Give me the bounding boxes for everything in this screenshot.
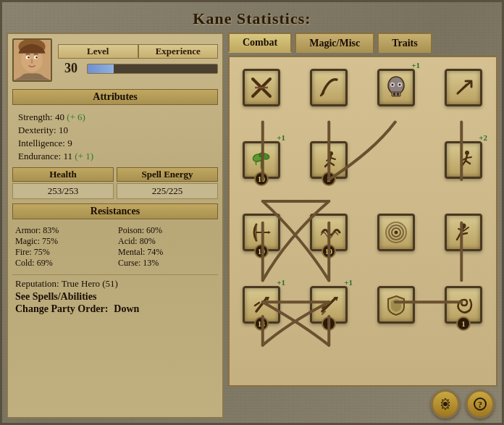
skill-cell-3-2 — [377, 286, 415, 324]
spell-label: Spell Energy — [117, 167, 218, 182]
level-value-row: 30 — [58, 61, 218, 76]
svg-rect-23 — [393, 93, 395, 96]
attr-row-endurance: Endurance: 11 (+ 1) — [18, 150, 212, 163]
skill-cell-1-0: +1 10 — [243, 141, 280, 179]
party-order-row: Change Party Order: Down — [15, 303, 215, 315]
skill-cell-1-3: +2 — [445, 141, 482, 179]
health-label: Health — [12, 167, 114, 182]
attr-val-int: 9 — [67, 138, 72, 148]
svg-point-40 — [395, 231, 398, 235]
tab-combat[interactable]: Combat — [228, 33, 292, 53]
skill-icon-0-0[interactable] — [243, 69, 280, 106]
res-fire: Fire: 75% — [15, 247, 112, 258]
res-mental: Mental: 74% — [118, 247, 215, 258]
skill-cell-0-2: +1 — [377, 69, 415, 106]
attributes-block: Strength: 40 (+ 6) Dexterity: 10 Intelli… — [12, 109, 218, 164]
exp-label: Experience — [138, 44, 219, 59]
left-panel: Level Experience 30 Attributes Strength: — [7, 33, 224, 418]
attr-row-intelligence: Intelligence: 9 — [18, 137, 212, 150]
svg-rect-24 — [397, 93, 399, 96]
skill-cell-2-0: 10 — [243, 214, 280, 251]
avatar — [12, 38, 52, 82]
res-cold: Cold: 69% — [15, 258, 112, 269]
reputation-line: Reputation: True Hero (51) — [15, 278, 215, 290]
svg-text:?: ? — [478, 400, 482, 410]
res-row-2: Fire: 75% Mental: 74% — [15, 247, 215, 258]
attr-label-strength: Strength: — [18, 111, 53, 122]
bottom-section: Reputation: True Hero (51) See Spells/Ab… — [12, 274, 218, 316]
attr-val-end: 11 — [63, 151, 72, 161]
resistances-block: Armor: 83% Poison: 60% Magic: 75% Acid: … — [12, 224, 218, 270]
skill-cell-2-2 — [377, 214, 415, 251]
res-armor: Armor: 83% — [15, 225, 112, 236]
tab-bar: Combat Magic/Misc Traits — [228, 33, 497, 53]
skill-icon-2-2[interactable] — [377, 214, 415, 251]
skill-cell-3-0: +1 13 — [243, 286, 280, 324]
see-spells-link[interactable]: See Spells/Abilities — [15, 291, 215, 303]
content-area: Level Experience 30 Attributes Strength: — [2, 33, 502, 423]
skill-badge-3-1: +1 — [344, 278, 353, 287]
skill-icon-0-1[interactable] — [310, 69, 348, 106]
avatar-face — [14, 40, 51, 80]
bottom-icons-row: ? — [228, 390, 497, 418]
skill-grid: +1 +1 — [235, 63, 490, 379]
skill-counter-3-1: 1 — [322, 316, 336, 331]
svg-point-44 — [443, 402, 448, 406]
char-header: Level Experience 30 — [12, 38, 218, 85]
tab-traits[interactable]: Traits — [377, 33, 432, 53]
help-button[interactable]: ? — [466, 390, 495, 418]
tab-magic-misc[interactable]: Magic/Misc — [295, 33, 374, 53]
exp-bar-fill — [88, 64, 114, 73]
res-curse: Curse: 13% — [118, 258, 215, 269]
svg-rect-22 — [392, 92, 400, 96]
party-order-label: Change Party Order: — [15, 303, 108, 315]
res-acid: Acid: 80% — [118, 236, 215, 247]
spell-col: Spell Energy 225/225 — [117, 167, 218, 199]
level-label: Level — [58, 44, 138, 59]
party-order-value[interactable]: Down — [114, 303, 139, 315]
skill-cell-2-1: 10 — [310, 214, 348, 251]
spell-value: 225/225 — [117, 183, 218, 199]
health-spell-row: Health 253/253 Spell Energy 225/225 — [12, 167, 218, 199]
settings-button[interactable] — [431, 390, 460, 418]
attributes-header: Attributes — [12, 89, 218, 105]
exp-bar-container — [87, 64, 218, 74]
skill-icon-0-2[interactable]: +1 — [377, 69, 415, 106]
main-window: Kane Statistics: — [0, 0, 504, 425]
res-row-0: Armor: 83% Poison: 60% — [15, 225, 215, 236]
attr-label-int: Intelligence: — [18, 138, 67, 148]
attr-val-dex: 10 — [59, 125, 68, 135]
attr-val-strength: 40 — [55, 111, 64, 122]
level-exp-labels: Level Experience — [58, 44, 218, 59]
skill-cell-1-1: 5 — [310, 141, 348, 179]
svg-marker-36 — [268, 231, 271, 234]
skill-icon-0-3[interactable] — [445, 69, 482, 106]
skill-cell-2-3 — [445, 214, 482, 251]
res-poison: Poison: 60% — [118, 225, 215, 236]
level-exp-block: Level Experience 30 — [58, 44, 218, 76]
skill-counter-2-1: 10 — [322, 244, 336, 258]
skill-tree-container: .conn { stroke: #6a5030; stroke-width: 4… — [228, 56, 497, 387]
skill-icon-3-2[interactable] — [377, 286, 415, 324]
resistances-header: Resistances — [12, 203, 218, 219]
skill-icon-2-3[interactable] — [445, 214, 482, 251]
res-row-1: Magic: 75% Acid: 80% — [15, 236, 215, 247]
skill-cell-0-0 — [243, 69, 280, 106]
skill-icon-1-3[interactable]: +2 — [445, 141, 482, 179]
svg-point-6 — [35, 56, 38, 59]
svg-point-5 — [28, 56, 30, 59]
skill-counter-3-3: 1 — [456, 316, 471, 331]
page-title: Kane Statistics: — [2, 2, 502, 33]
skill-counter-1-1: 5 — [322, 172, 336, 186]
health-value: 253/253 — [12, 183, 114, 199]
skill-badge-0-2: +1 — [411, 61, 420, 70]
skill-cell-0-3 — [445, 69, 482, 106]
attr-row-dexterity: Dexterity: 10 — [18, 124, 212, 137]
skill-counter-2-0: 10 — [254, 244, 269, 258]
attr-label-end: Endurance: — [18, 151, 63, 161]
skill-counter-1-0: 10 — [254, 172, 269, 186]
skill-cell-0-1 — [310, 69, 348, 106]
skill-cell-3-1: +1 1 — [310, 286, 348, 324]
skill-badge-3-0: +1 — [277, 278, 285, 287]
svg-point-27 — [392, 84, 394, 86]
